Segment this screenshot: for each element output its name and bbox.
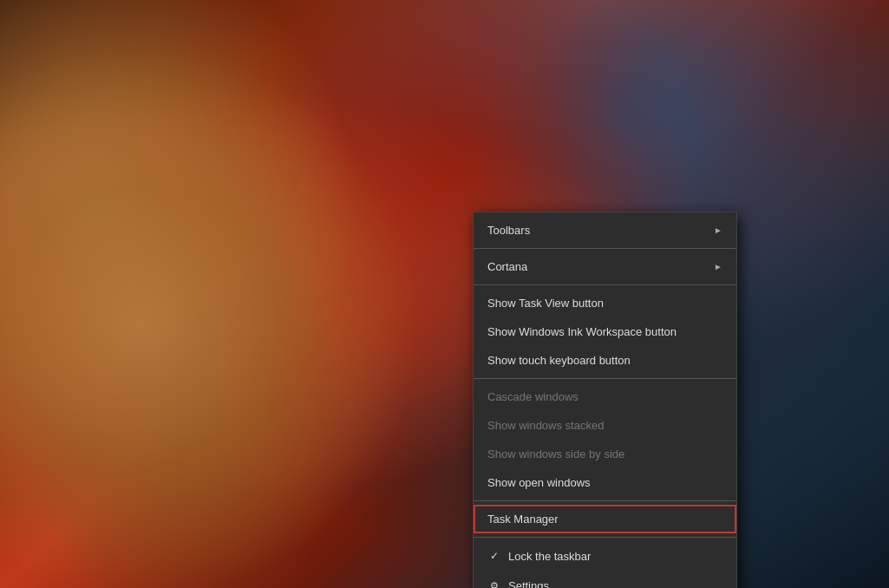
menu-item-cortana[interactable]: Cortana ► — [474, 252, 736, 281]
menu-item-windows-side-by-side-label: Show windows side by side — [487, 448, 624, 461]
menu-item-lock-taskbar-left: ✓ Lock the taskbar — [487, 549, 591, 563]
separator-1 — [474, 248, 736, 249]
menu-item-cascade-windows-label: Cascade windows — [487, 390, 579, 403]
menu-item-windows-stacked: Show windows stacked — [474, 411, 736, 440]
check-icon: ✓ — [487, 549, 501, 563]
menu-item-ink-workspace[interactable]: Show Windows Ink Workspace button — [474, 317, 736, 346]
menu-item-task-manager-label: Task Manager — [487, 513, 559, 526]
gear-icon: ⚙ — [487, 578, 501, 588]
menu-item-lock-taskbar-label: Lock the taskbar — [508, 550, 591, 563]
horse-image — [0, 0, 468, 588]
menu-item-toolbars[interactable]: Toolbars ► — [474, 216, 736, 245]
menu-item-lock-taskbar[interactable]: ✓ Lock the taskbar — [474, 541, 736, 571]
separator-4 — [474, 500, 736, 501]
menu-item-show-open-windows[interactable]: Show open windows — [474, 468, 736, 497]
arrow-icon: ► — [714, 262, 722, 271]
menu-item-toolbars-label: Toolbars — [487, 224, 530, 237]
menu-item-settings[interactable]: ⚙ Settings — [474, 571, 736, 588]
menu-item-ink-workspace-label: Show Windows Ink Workspace button — [487, 325, 677, 338]
menu-item-settings-label: Settings — [508, 579, 549, 589]
menu-item-touch-keyboard-label: Show touch keyboard button — [487, 354, 631, 367]
arrow-icon: ► — [714, 225, 722, 235]
menu-item-settings-left: ⚙ Settings — [487, 578, 549, 588]
menu-item-show-open-windows-label: Show open windows — [487, 476, 591, 489]
menu-item-cortana-label: Cortana — [487, 260, 527, 273]
separator-5 — [474, 537, 736, 538]
menu-item-task-view[interactable]: Show Task View button — [474, 289, 736, 317]
taskbar-context-menu: Toolbars ► Cortana ► Show Task View butt… — [473, 212, 737, 588]
menu-item-task-manager[interactable]: Task Manager — [474, 505, 736, 533]
menu-item-windows-side-by-side: Show windows side by side — [474, 440, 736, 468]
separator-3 — [474, 378, 736, 379]
menu-item-windows-stacked-label: Show windows stacked — [487, 419, 604, 432]
separator-2 — [474, 284, 736, 285]
menu-item-task-view-label: Show Task View button — [487, 297, 604, 310]
menu-item-touch-keyboard[interactable]: Show touch keyboard button — [474, 346, 736, 375]
menu-item-cascade-windows: Cascade windows — [474, 382, 736, 411]
